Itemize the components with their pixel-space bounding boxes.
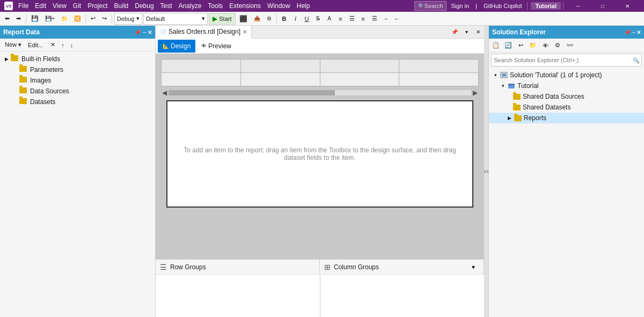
- strikethrough-button[interactable]: S̶: [313, 13, 324, 24]
- menu-build[interactable]: Build: [111, 0, 132, 12]
- bold-button[interactable]: B: [279, 13, 290, 24]
- menu-view[interactable]: View: [49, 0, 70, 12]
- menu-debug[interactable]: Debug: [131, 0, 157, 12]
- left-collapse-handle[interactable]: «»: [484, 26, 488, 317]
- sign-in-label[interactable]: Sign in: [449, 3, 471, 9]
- underline-button[interactable]: U: [302, 13, 312, 24]
- tree-item-datasets[interactable]: Datasets: [0, 97, 155, 107]
- sol-show-all-btn[interactable]: 👁: [539, 40, 551, 51]
- options-button[interactable]: ⚙: [264, 13, 274, 25]
- scroll-left-btn[interactable]: ◀: [161, 89, 168, 97]
- redo-button[interactable]: ↪: [99, 13, 109, 25]
- menu-edit[interactable]: Edit: [32, 0, 49, 12]
- sol-settings-btn[interactable]: ⚙: [552, 40, 564, 51]
- copilot-text[interactable]: GitHub Copilot: [481, 3, 524, 9]
- sol-item-shared-data-sources[interactable]: Shared Data Sources: [489, 91, 644, 102]
- menu-test[interactable]: Test: [157, 0, 175, 12]
- sol-item-shared-datasets[interactable]: Shared Datasets: [489, 102, 644, 113]
- menu-file[interactable]: File: [15, 0, 32, 12]
- sol-close-btn[interactable]: ✕: [636, 30, 641, 35]
- sol-toggle-reports[interactable]: ▶: [505, 115, 514, 121]
- tree-up-btn[interactable]: ↑: [58, 40, 67, 50]
- sol-pin-icon[interactable]: 📌: [624, 30, 631, 35]
- tutorial-label[interactable]: Tutorial: [531, 2, 561, 10]
- outdent-button[interactable]: ←: [392, 13, 402, 24]
- tree-nav-buttons: ✕ ↑ ↓: [48, 40, 76, 50]
- align-right-button[interactable]: ≡: [358, 13, 369, 24]
- pin-icon[interactable]: 📌: [134, 30, 141, 35]
- sol-item-tutorial[interactable]: ▾ Tutorial: [489, 80, 644, 91]
- deploy-button[interactable]: 📤: [251, 13, 263, 25]
- save-button[interactable]: 💾: [28, 13, 41, 25]
- align-justify-button[interactable]: ☰: [369, 13, 380, 24]
- menu-bar: File Edit View Git Project Build Debug T…: [15, 0, 412, 12]
- sol-undo-btn[interactable]: ↩: [515, 40, 526, 51]
- design-preview-toolbar: 📐 Design 👁 Preview: [156, 39, 484, 54]
- tree-down-btn[interactable]: ↓: [68, 40, 76, 50]
- config-dropdown[interactable]: Default ▾: [143, 13, 208, 25]
- svg-rect-1: [502, 73, 506, 77]
- sol-preview-btn[interactable]: 👓: [564, 40, 576, 51]
- tab-action-close[interactable]: ✕: [472, 26, 484, 38]
- solution-search-input[interactable]: [494, 57, 631, 63]
- align-left-button[interactable]: ≡: [335, 13, 346, 24]
- edit-button[interactable]: Edit...: [25, 40, 46, 50]
- menu-tools[interactable]: Tools: [204, 0, 226, 12]
- sol-toggle-solution[interactable]: ▾: [491, 72, 500, 78]
- tree-delete-btn[interactable]: ✕: [48, 40, 58, 50]
- tab-sales-orders[interactable]: 📄 Sales Orders.rdl [Design] ✕: [156, 26, 252, 39]
- italic-button[interactable]: I: [290, 13, 301, 24]
- menu-analyze[interactable]: Analyze: [175, 0, 205, 12]
- menu-window[interactable]: Window: [264, 0, 294, 12]
- minimize-button[interactable]: ─: [566, 0, 590, 12]
- canvas-scroll[interactable]: ◀ ▶ To add an item to the report: drag a…: [156, 54, 484, 259]
- menu-project[interactable]: Project: [84, 0, 111, 12]
- preview-button[interactable]: 👁 Preview: [196, 40, 236, 53]
- tree-item-built-in-fields[interactable]: ▶ Built-in Fields: [0, 54, 155, 64]
- save-all-button[interactable]: 💾+: [42, 13, 57, 25]
- sol-item-solution[interactable]: ▾ Solution 'Tutorial' (1 of 1 project): [489, 70, 644, 80]
- toggle-built-in[interactable]: ▶: [2, 55, 11, 63]
- shared-data-sources-icon: [513, 92, 521, 101]
- restore-button[interactable]: □: [590, 0, 615, 12]
- canvas-hint-text: To add an item to the report: drag an it…: [178, 146, 462, 161]
- tab-action-menu[interactable]: ▾: [460, 26, 472, 38]
- tree-item-images[interactable]: Images: [0, 75, 155, 86]
- groups-collapse-btn[interactable]: ▾: [467, 263, 479, 271]
- back-button[interactable]: ⬅: [2, 13, 12, 25]
- menu-extensions[interactable]: Extensions: [226, 0, 264, 12]
- tab-close-btn[interactable]: ✕: [243, 29, 247, 35]
- design-button[interactable]: 📐 Design: [158, 40, 195, 53]
- scroll-right-btn[interactable]: ▶: [472, 89, 479, 97]
- menu-git[interactable]: Git: [70, 0, 84, 12]
- git-button[interactable]: 🔀: [71, 13, 83, 25]
- sol-item-reports[interactable]: ▶ Reports: [489, 113, 644, 123]
- new-dropdown[interactable]: New ▾: [2, 40, 24, 50]
- stop-button[interactable]: ⬛: [237, 13, 250, 25]
- solution-search-box[interactable]: 🔍: [491, 54, 642, 67]
- sol-collapse-btn[interactable]: ─: [632, 30, 635, 35]
- tree-item-parameters[interactable]: Parameters: [0, 64, 155, 75]
- tab-action-pin[interactable]: 📌: [449, 26, 460, 38]
- run-button[interactable]: ▶ Start: [209, 13, 235, 25]
- sol-toggle-tutorial[interactable]: ▾: [499, 83, 507, 89]
- debug-dropdown[interactable]: Debug ▾: [114, 13, 142, 25]
- tree-item-data-sources[interactable]: Data Sources: [0, 86, 155, 97]
- sol-new-folder-btn[interactable]: 📁: [527, 40, 539, 51]
- font-color-button[interactable]: A: [324, 13, 335, 24]
- report-canvas[interactable]: To add an item to the report: drag an it…: [166, 100, 473, 208]
- indent-button[interactable]: →: [380, 13, 391, 24]
- sol-refresh-btn[interactable]: 🔄: [502, 40, 514, 51]
- align-center-button[interactable]: ☰: [347, 13, 357, 24]
- global-search[interactable]: 🔍 Search: [414, 1, 447, 11]
- undo-button[interactable]: ↩: [88, 13, 98, 25]
- close-button[interactable]: ✕: [615, 0, 640, 12]
- close-panel-btn[interactable]: ✕: [148, 30, 152, 35]
- solution-explorer-button[interactable]: 📁: [58, 13, 70, 25]
- horizontal-scrollbar[interactable]: [168, 90, 472, 96]
- forward-button[interactable]: ➡: [13, 13, 24, 25]
- solution-search-btn[interactable]: 🔍: [633, 57, 639, 63]
- collapse-panel-btn[interactable]: ─: [143, 30, 147, 35]
- sol-properties-btn[interactable]: 📋: [490, 40, 502, 51]
- menu-help[interactable]: Help: [294, 0, 313, 12]
